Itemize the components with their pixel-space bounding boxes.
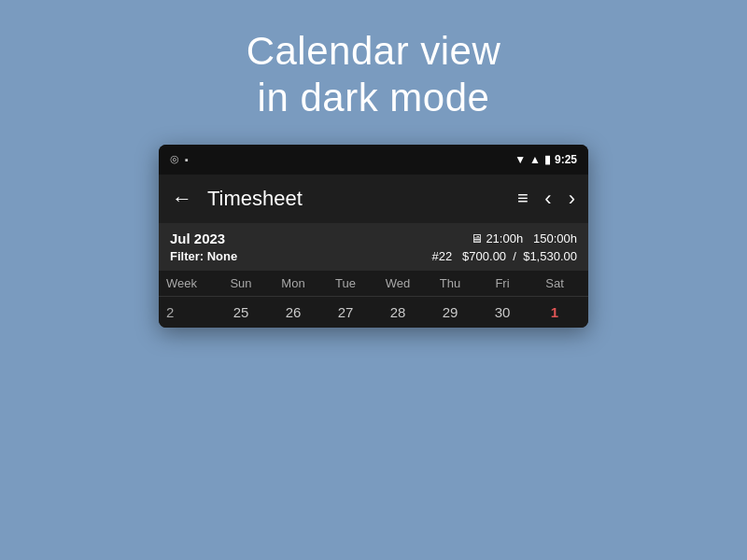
day-1[interactable]: 1 [529,304,581,320]
headline: Calendar view in dark mode [247,28,501,122]
col-header-wed: Wed [372,276,424,290]
hours-stats: 🖥 21:00h 150:00h [471,231,577,245]
day-28[interactable]: 28 [372,304,424,320]
day-25[interactable]: 25 [215,304,267,320]
money-stats: #22 $700.00 / $1,530.00 [432,249,577,263]
col-header-thu: Thu [424,276,476,290]
total-earned: $1,530.00 [523,249,577,263]
clock-hours: 🖥 21:00h [471,231,523,245]
app-bar: ← Timesheet ≡ ‹ › [159,175,588,223]
status-right: ▼ ▲ ▮ 9:25 [514,153,577,166]
status-left: ◎ ▪ [170,153,189,165]
phone-mockup: ◎ ▪ ▼ ▲ ▮ 9:25 ← Timesheet ≡ ‹ › Jul 202… [159,145,588,328]
filter-icon[interactable]: ≡ [517,188,529,209]
month-header: Jul 2023 🖥 21:00h 150:00h Filter: None #… [159,223,588,271]
notification-dot-icon: ◎ [170,153,179,165]
col-header-sun: Sun [215,276,267,290]
week-number: 2 [166,304,215,320]
headline-line2: in dark mode [247,75,501,121]
filter-label: Filter: None [170,249,237,263]
back-button[interactable]: ← [172,187,192,211]
battery-icon: ▮ [544,153,551,166]
square-icon: ▪ [185,154,189,165]
day-26[interactable]: 26 [267,304,319,320]
day-27[interactable]: 27 [319,304,372,320]
calendar-week-row: 2 25 26 27 28 29 30 1 [159,297,588,328]
month-year-label: Jul 2023 [170,231,225,246]
prev-button[interactable]: ‹ [544,187,551,211]
calendar-header-row: Week Sun Mon Tue Wed Thu Fri Sat [159,271,588,297]
total-hours: 150:00h [533,231,577,245]
signal-icon: ▲ [529,153,541,166]
app-bar-actions: ≡ ‹ › [517,187,575,211]
calendar-grid: Week Sun Mon Tue Wed Thu Fri Sat 2 25 26… [159,271,588,328]
headline-line1: Calendar view [247,28,501,75]
day-30[interactable]: 30 [476,304,529,320]
wifi-icon: ▼ [514,153,526,166]
entry-count: #22 [432,249,453,263]
app-title: Timesheet [207,187,517,211]
status-bar: ◎ ▪ ▼ ▲ ▮ 9:25 [159,145,588,175]
col-header-mon: Mon [267,276,319,290]
status-time: 9:25 [555,153,577,166]
col-header-sat: Sat [529,276,581,290]
col-header-tue: Tue [319,276,372,290]
col-header-week: Week [166,276,215,290]
day-29[interactable]: 29 [424,304,476,320]
col-header-fri: Fri [476,276,529,290]
earned: $700.00 [462,249,506,263]
next-button[interactable]: › [569,187,575,211]
